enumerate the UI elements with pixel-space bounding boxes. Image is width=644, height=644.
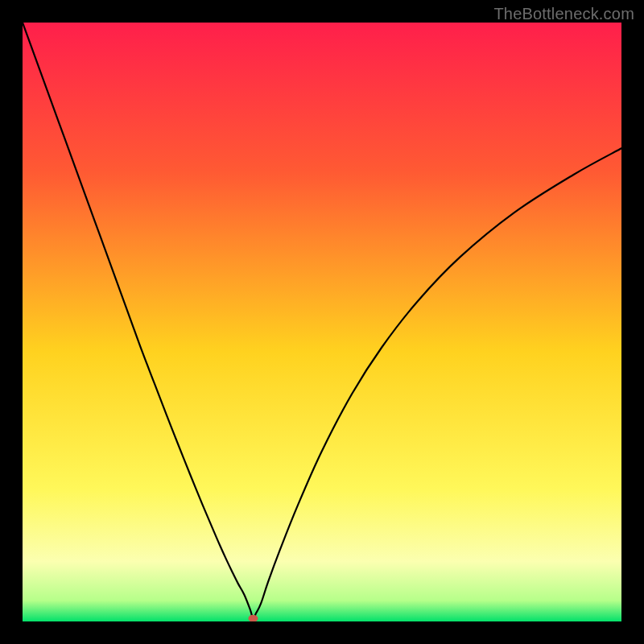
outer-frame: TheBottleneck.com xyxy=(0,0,644,644)
watermark-label: TheBottleneck.com xyxy=(493,5,634,23)
bottleneck-chart xyxy=(23,23,621,621)
gradient-background xyxy=(23,23,621,621)
plot-area xyxy=(23,23,621,621)
